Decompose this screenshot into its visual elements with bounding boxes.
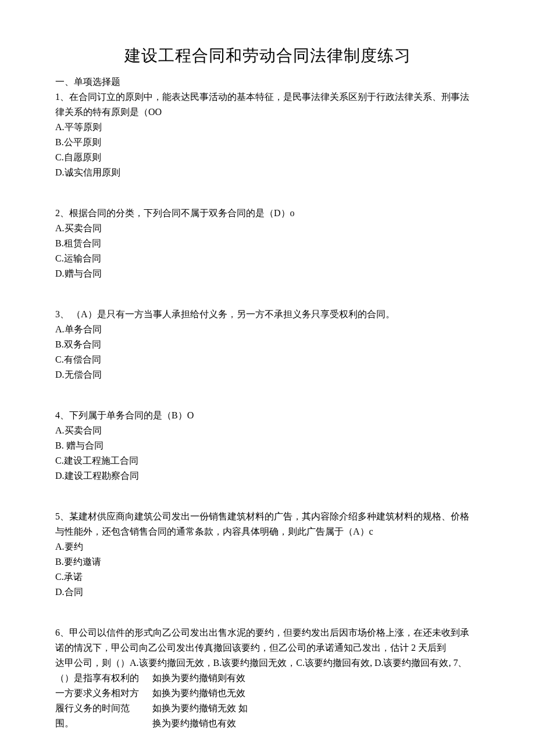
- q6-left1: （）是指享有权利的: [55, 671, 145, 685]
- q6-right4: 换为要约撤销也有效: [152, 716, 480, 730]
- q6-right3: 如换为要约撤销无效 如: [152, 701, 480, 715]
- question-1: 1、在合同订立的原则中，能表达民事活动的基本特征，是民事法律关系区别于行政法律关…: [55, 90, 480, 180]
- q2-option-a: A.买卖合同: [55, 221, 480, 235]
- q3-option-a: A.单务合同: [55, 323, 480, 336]
- q6-right1: 如换为要约撤销则有效: [152, 671, 480, 685]
- q6-line1: 6、甲公司以信件的形式向乙公司发出出售水泥的要约，但要约发出后因市场价格上涨，在…: [55, 626, 480, 640]
- q1-line1: 1、在合同订立的原则中，能表达民事活动的基本特征，是民事法律关系区别于行政法律关…: [55, 90, 480, 104]
- q4-option-c: C.建设工程施工合同: [55, 454, 480, 468]
- q3-option-b: B.双务合同: [55, 338, 480, 352]
- q6-left2: 一方要求义务相对方: [55, 686, 145, 700]
- q6-line3: 达甲公司，则（）A.该要约撤回无效，B.该要约撤回无效，C.该要约撤回有效, D…: [55, 656, 480, 670]
- section-header: 一、单项选择题: [55, 75, 480, 89]
- q5-option-a: A.要约: [55, 540, 480, 554]
- q4-option-d: D.建设工程勘察合同: [55, 469, 480, 483]
- q2-option-c: C.运输合同: [55, 252, 480, 266]
- q6-left3: 履行义务的时间范: [55, 701, 145, 715]
- q5-option-c: C.承诺: [55, 570, 480, 584]
- q5-option-d: D.合同: [55, 585, 480, 599]
- question-2: 2、根据合同的分类，下列合同不属于双务合同的是（D）o A.买卖合同 B.租赁合…: [55, 206, 480, 281]
- q6-left4: 围。: [55, 716, 145, 730]
- q2-text: 2、根据合同的分类，下列合同不属于双务合同的是（D）o: [55, 206, 480, 220]
- q3-option-d: D.无偿合同: [55, 368, 480, 382]
- q3-text: 3、 （A）是只有一方当事人承担给付义务，另一方不承担义务只享受权利的合同。: [55, 307, 480, 321]
- q1-option-c: C.自愿原则: [55, 151, 480, 164]
- question-3: 3、 （A）是只有一方当事人承担给付义务，另一方不承担义务只享受权利的合同。 A…: [55, 307, 480, 382]
- q5-option-b: B.要约邀请: [55, 555, 480, 569]
- q6-line2: 诺的情况下，甲公司向乙公司发出传真撤回该要约，但乙公司的承诺通知己发出，估计 2…: [55, 641, 480, 655]
- question-4: 4、下列属于单务合同的是（B）O A.买卖合同 B. 赠与合同 C.建设工程施工…: [55, 409, 480, 483]
- q3-option-c: C.有偿合同: [55, 353, 480, 367]
- question-5: 5、某建材供应商向建筑公司发出一份销售建筑材料的广告，其内容除介绍多种建筑材料的…: [55, 510, 480, 599]
- q1-option-d: D.诚实信用原则: [55, 166, 480, 180]
- q4-option-b: B. 赠与合同: [55, 439, 480, 453]
- question-6: 6、甲公司以信件的形式向乙公司发出出售水泥的要约，但要约发出后因市场价格上涨，在…: [55, 626, 480, 732]
- page-title: 建设工程合同和劳动合同法律制度练习: [55, 44, 480, 68]
- q5-line1: 5、某建材供应商向建筑公司发出一份销售建筑材料的广告，其内容除介绍多种建筑材料的…: [55, 510, 480, 524]
- q1-line2: 律关系的特有原则是（OO: [55, 105, 480, 119]
- q2-option-d: D.赠与合同: [55, 267, 480, 281]
- q1-option-a: A.平等原则: [55, 120, 480, 134]
- q4-text: 4、下列属于单务合同的是（B）O: [55, 409, 480, 422]
- q5-line2: 与性能外，还包含销售合同的通常条款，内容具体明确，则此广告属于（A）c: [55, 525, 480, 539]
- q1-option-b: B.公平原则: [55, 135, 480, 149]
- q4-option-a: A.买卖合同: [55, 424, 480, 438]
- q2-option-b: B.租赁合同: [55, 237, 480, 250]
- q6-right2: 如换为要约撤销也无效: [152, 686, 480, 700]
